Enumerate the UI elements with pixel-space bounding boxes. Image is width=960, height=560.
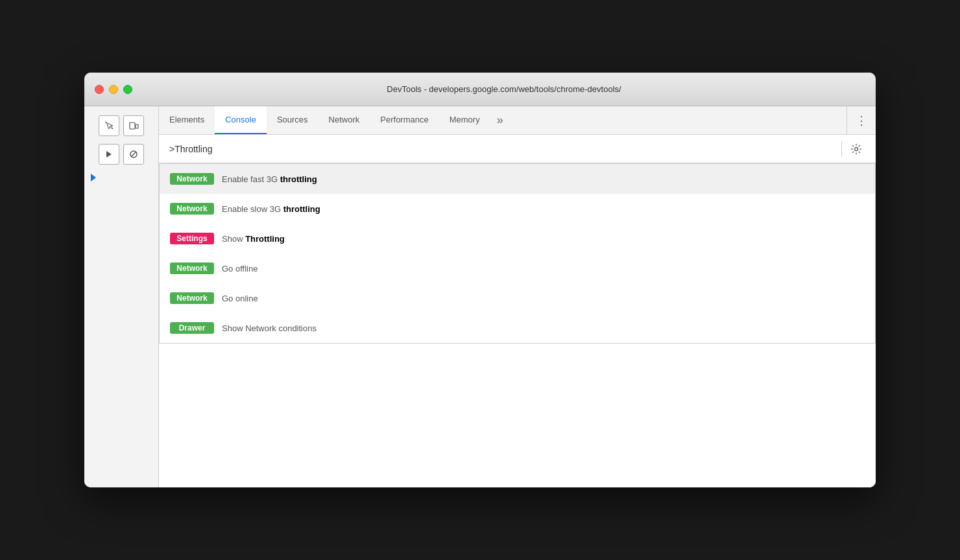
- devtools-container: Elements Console Sources Network Perform…: [84, 106, 876, 487]
- tabs-end-icons: ⋮: [846, 106, 876, 134]
- badge-network-4: Network: [170, 262, 214, 274]
- badge-network-1: Network: [170, 173, 214, 185]
- tabs-spacer: [510, 106, 846, 134]
- autocomplete-item-1[interactable]: Network Enable fast 3G throttling: [160, 164, 875, 194]
- minimize-button[interactable]: [109, 85, 118, 94]
- devtools-window: DevTools - developers.google.com/web/too…: [84, 73, 876, 487]
- tab-network[interactable]: Network: [318, 106, 370, 134]
- autocomplete-item-5[interactable]: Network Go online: [160, 283, 875, 313]
- badge-network-5: Network: [170, 292, 214, 304]
- tab-console[interactable]: Console: [215, 106, 267, 134]
- traffic-lights: [95, 85, 132, 94]
- svg-rect-1: [136, 124, 138, 128]
- item-text-2: Enable slow 3G throttling: [222, 204, 320, 214]
- window-title: DevTools - developers.google.com/web/too…: [143, 84, 865, 94]
- tab-memory[interactable]: Memory: [439, 106, 490, 134]
- svg-marker-2: [106, 151, 112, 158]
- tab-performance[interactable]: Performance: [370, 106, 438, 134]
- tabs-bar: Elements Console Sources Network Perform…: [159, 106, 876, 135]
- chevron-right-icon: [91, 174, 96, 181]
- maximize-button[interactable]: [123, 85, 132, 94]
- title-bar: DevTools - developers.google.com/web/too…: [84, 73, 876, 106]
- sidebar-expand[interactable]: [84, 169, 158, 187]
- badge-settings-3: Settings: [170, 233, 214, 244]
- settings-icon[interactable]: [847, 140, 865, 158]
- badge-network-2: Network: [170, 203, 214, 215]
- command-bar: [159, 135, 876, 163]
- svg-line-4: [131, 152, 136, 157]
- svg-rect-0: [130, 122, 135, 129]
- svg-point-5: [855, 147, 858, 150]
- rest-area: [159, 344, 876, 487]
- main-panel: Elements Console Sources Network Perform…: [159, 106, 876, 487]
- command-divider: [841, 141, 842, 157]
- kebab-menu-button[interactable]: ⋮: [852, 111, 870, 130]
- autocomplete-item-4[interactable]: Network Go offline: [160, 253, 875, 283]
- tab-more-button[interactable]: »: [490, 106, 510, 134]
- autocomplete-dropdown: Network Enable fast 3G throttling Networ…: [159, 163, 876, 344]
- autocomplete-item-3[interactable]: Settings Show Throttling: [160, 224, 875, 253]
- item-text-4: Go offline: [222, 264, 258, 274]
- device-toolbar-icon[interactable]: [123, 115, 144, 136]
- block-icon[interactable]: [123, 144, 144, 165]
- tab-elements[interactable]: Elements: [159, 106, 215, 134]
- tab-sources[interactable]: Sources: [267, 106, 318, 134]
- sidebar: [84, 106, 159, 487]
- inspect-element-icon[interactable]: [99, 115, 119, 136]
- sidebar-top-icons: [84, 111, 158, 140]
- sidebar-bottom-icons: [84, 140, 158, 169]
- badge-drawer-6: Drawer: [170, 322, 214, 334]
- item-text-1: Enable fast 3G throttling: [222, 174, 317, 184]
- autocomplete-item-6[interactable]: Drawer Show Network conditions: [160, 313, 875, 343]
- close-button[interactable]: [95, 85, 104, 94]
- autocomplete-item-2[interactable]: Network Enable slow 3G throttling: [160, 194, 875, 224]
- command-input[interactable]: [169, 144, 836, 154]
- item-text-5: Go online: [222, 294, 258, 303]
- item-text-3: Show Throttling: [222, 234, 285, 244]
- item-text-6: Show Network conditions: [222, 323, 317, 333]
- play-icon[interactable]: [99, 144, 119, 165]
